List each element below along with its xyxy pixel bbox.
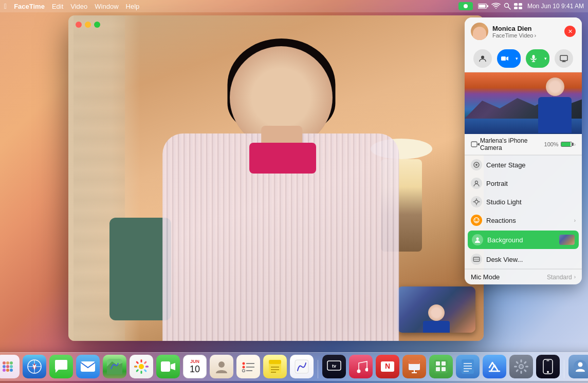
- battery-fill: [561, 142, 571, 146]
- svg-rect-107: [514, 366, 517, 368]
- dock-item-mail[interactable]: [76, 355, 100, 378]
- svg-line-4: [508, 7, 510, 10]
- minimize-window-button[interactable]: [85, 22, 91, 28]
- dock-item-system-preferences[interactable]: [509, 355, 533, 378]
- dock-item-freeform[interactable]: [290, 355, 314, 378]
- center-stage-menu-item[interactable]: Center Stage: [465, 156, 582, 174]
- menubar-help[interactable]: Help: [126, 3, 140, 10]
- svg-rect-6: [519, 3, 522, 6]
- video-button[interactable]: [497, 49, 512, 68]
- svg-rect-11: [532, 55, 535, 59]
- battery-icon: [478, 3, 488, 9]
- background-label: Background: [487, 236, 556, 244]
- reactions-chevron-icon: ›: [574, 218, 576, 223]
- studio-light-menu-item[interactable]: Studio Light: [465, 193, 582, 211]
- dock-item-privacy[interactable]: [568, 355, 588, 378]
- background-svg: [474, 236, 481, 243]
- svg-point-43: [3, 369, 6, 372]
- svg-point-44: [6, 369, 9, 372]
- mic-button[interactable]: [526, 49, 541, 68]
- dock-item-contacts[interactable]: [210, 355, 233, 378]
- desk-view-menu-item[interactable]: Desk View...: [465, 250, 582, 269]
- svg-rect-60: [144, 369, 147, 372]
- camera-chevron-icon[interactable]: ›: [574, 142, 576, 147]
- svg-point-45: [10, 369, 13, 372]
- music-icon: [354, 359, 368, 374]
- background-thumb: [559, 235, 575, 245]
- apple-logo-icon[interactable]: : [4, 2, 7, 10]
- svg-rect-85: [409, 360, 420, 364]
- camera-source-row: Marlena's iPhone Camera 100% ›: [465, 134, 582, 155]
- menubar-app-name[interactable]: FaceTime: [14, 3, 45, 10]
- svg-point-28: [477, 219, 479, 220]
- calendar-content: JUN 10: [190, 359, 200, 374]
- close-call-button[interactable]: ✕: [564, 26, 576, 37]
- pip-person-body: [423, 321, 450, 333]
- dock-item-messages[interactable]: [49, 355, 73, 378]
- record-dot-icon: [464, 4, 468, 8]
- svg-rect-57: [145, 366, 149, 368]
- svg-rect-54: [141, 359, 142, 362]
- preview-person-wrapper: [536, 78, 574, 134]
- dock-item-numbers[interactable]: [429, 355, 453, 378]
- svg-marker-50: [32, 364, 36, 370]
- calendar-day: 10: [190, 365, 200, 374]
- svg-rect-55: [141, 371, 142, 374]
- messages-icon: [53, 359, 69, 374]
- launchpad-icon: [1, 359, 15, 374]
- mic-mode-value: Standard: [547, 274, 572, 281]
- caller-details: Monica Dien FaceTime Video ›: [492, 25, 564, 39]
- menubar-window[interactable]: Window: [95, 3, 118, 10]
- reminders-icon: [241, 359, 255, 374]
- dock-item-launchpad[interactable]: [0, 355, 20, 378]
- person-turtleneck: [249, 143, 316, 174]
- screen-share-control-group: [555, 49, 573, 68]
- dock-item-pages[interactable]: [456, 355, 480, 378]
- pip-video-tile: [397, 286, 475, 333]
- dock-item-maps[interactable]: [103, 355, 126, 378]
- maximize-window-button[interactable]: [94, 22, 100, 28]
- dock-item-photos[interactable]: [130, 355, 153, 378]
- screen-share-button[interactable]: [555, 49, 573, 68]
- svg-rect-8: [519, 7, 522, 9]
- svg-point-41: [6, 365, 9, 368]
- dock-item-reminders[interactable]: [236, 355, 260, 378]
- svg-point-80: [357, 370, 361, 373]
- dock-item-facetime[interactable]: [156, 355, 180, 378]
- svg-point-113: [578, 362, 583, 367]
- svg-point-29: [476, 238, 479, 240]
- menubar-time: Mon Jun 10 9:41 AM: [527, 3, 584, 10]
- menubar-edit[interactable]: Edit: [52, 3, 63, 10]
- mic-chevron-button[interactable]: ▾: [541, 49, 549, 68]
- svg-rect-102: [524, 361, 527, 364]
- dock-item-appstore[interactable]: [483, 355, 506, 378]
- dock-item-safari[interactable]: [23, 355, 46, 378]
- record-button[interactable]: [458, 2, 473, 10]
- dock-item-calendar[interactable]: JUN 10: [183, 355, 207, 378]
- svg-rect-61: [136, 369, 139, 372]
- portrait-menu-item[interactable]: Portrait: [465, 174, 582, 193]
- control-center-icon[interactable]: [514, 3, 522, 9]
- dock-item-keynote[interactable]: [402, 355, 426, 378]
- svg-rect-89: [436, 361, 440, 366]
- dock-item-music[interactable]: [349, 355, 373, 378]
- dock-item-iphone-mirroring[interactable]: [536, 355, 560, 378]
- dock-item-tv[interactable]: tv: [322, 355, 346, 378]
- svg-point-53: [139, 364, 144, 369]
- reactions-menu-item[interactable]: Reactions ›: [465, 211, 582, 229]
- background-menu-item[interactable]: Background: [468, 231, 579, 249]
- mic-button-wrapper: ▾: [526, 49, 549, 68]
- dock-item-notes[interactable]: [263, 355, 287, 378]
- profile-button[interactable]: [473, 49, 492, 68]
- maps-icon: [107, 359, 122, 374]
- close-window-button[interactable]: [76, 22, 82, 28]
- mic-mode-row[interactable]: Mic Mode Standard ›: [465, 269, 582, 284]
- video-chevron-button[interactable]: ▾: [512, 49, 521, 68]
- caller-subtitle: FaceTime Video ›: [492, 32, 564, 39]
- dock-item-news[interactable]: N: [376, 355, 399, 378]
- search-icon[interactable]: [504, 3, 511, 10]
- menubar-video[interactable]: Video: [70, 3, 87, 10]
- video-preview: [465, 72, 582, 134]
- menubar:  FaceTime Edit Video Window Help: [0, 0, 588, 12]
- svg-point-100: [520, 365, 523, 368]
